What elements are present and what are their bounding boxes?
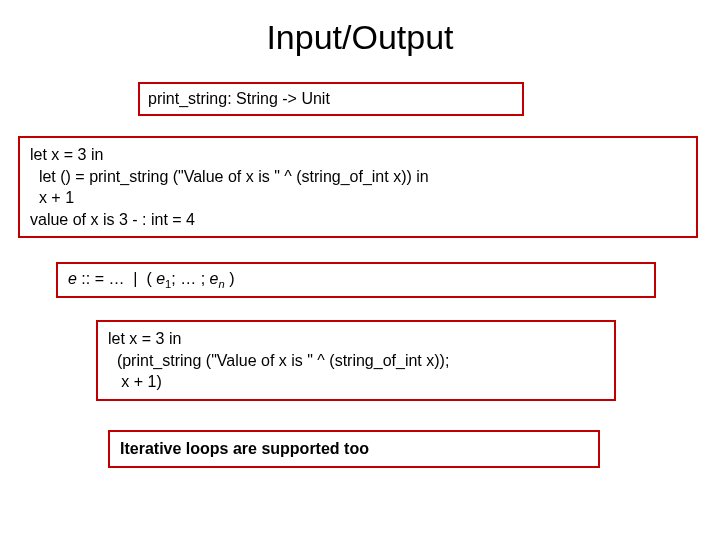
code-line: (print_string ("Value of x is " ^ (strin… (108, 350, 604, 372)
grammar-close: ) (225, 270, 235, 287)
caption-box: Iterative loops are supported too (108, 430, 600, 468)
code-line: let () = print_string ("Value of x is " … (30, 166, 686, 188)
grammar-e1: e (156, 270, 165, 287)
grammar-op: :: = … | ( (77, 270, 156, 287)
code-line: x + 1 (30, 187, 686, 209)
grammar-box: e :: = … | ( e1; … ; en ) (56, 262, 656, 298)
type-signature-box: print_string: String -> Unit (138, 82, 524, 116)
page-title: Input/Output (0, 0, 720, 69)
code-line: x + 1) (108, 371, 604, 393)
code-line: value of x is 3 - : int = 4 (30, 209, 686, 231)
grammar-mid: ; … ; (171, 270, 209, 287)
code-example-1-box: let x = 3 in let () = print_string ("Val… (18, 136, 698, 238)
type-signature-text: print_string: String -> Unit (148, 90, 330, 107)
code-line: let x = 3 in (108, 328, 604, 350)
caption-text: Iterative loops are supported too (120, 440, 369, 457)
code-example-2-box: let x = 3 in (print_string ("Value of x … (96, 320, 616, 401)
code-line: let x = 3 in (30, 144, 686, 166)
grammar-e: e (68, 270, 77, 287)
